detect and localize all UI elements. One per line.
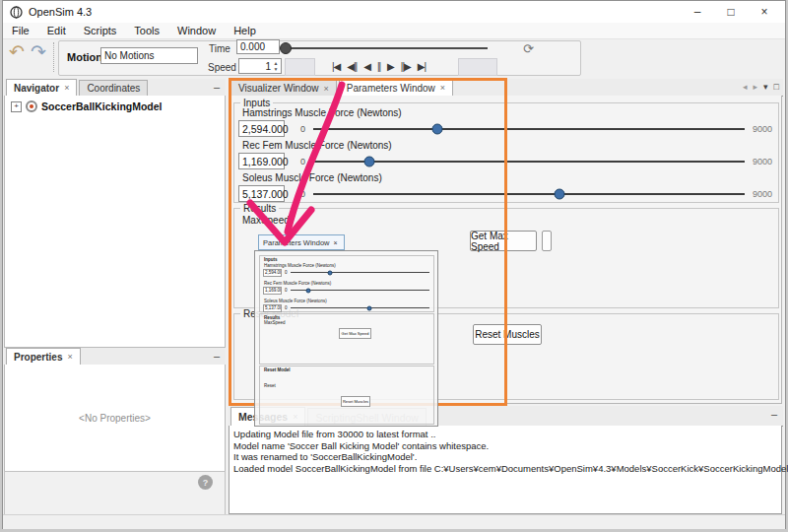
tab-scroll-controls: ◂ ▸ ▾ □ (743, 82, 779, 92)
slider-row: 2,594.000 0 9000 (238, 119, 772, 138)
time-slider-handle[interactable] (280, 42, 292, 54)
message-line: Updating Model file from 30000 to latest… (233, 429, 777, 440)
playback-controls: |◀ ◀|| ◀ || ▶ ||▶ ▶| (332, 57, 426, 75)
recfem-force-field[interactable]: 1,169.000 (238, 153, 285, 169)
tree-item-label[interactable]: SoccerBallKickingModel (41, 100, 163, 112)
recfem-slider-track[interactable] (313, 155, 745, 168)
toolbar-display-slot (458, 58, 497, 76)
slider-row: 1,169.000 0 9000 (238, 152, 772, 170)
mini-slider-handle (367, 305, 372, 310)
floating-parameters-window[interactable]: Parameters Window × Inputs Hamstrings Mu… (254, 234, 438, 427)
slider-label: Hamstrings Muscle Force (Newtons) (242, 107, 402, 118)
hamstrings-force-field[interactable]: 2,594.000 (238, 120, 285, 137)
tab-coordinates[interactable]: Coordinates (79, 80, 148, 96)
play-button[interactable]: ▶ (387, 61, 394, 72)
opensim-logo-icon (10, 6, 23, 19)
loop-icon[interactable]: ⟳ (523, 41, 534, 56)
menu-edit[interactable]: Edit (38, 25, 75, 36)
window-minimize-button[interactable]: – (681, 1, 714, 23)
menu-window[interactable]: Window (168, 25, 225, 36)
toolbar: ↶ ↷ Motion: No Motions Time 0.000 ⟳ Spee… (3, 39, 785, 77)
tab-visualizer-window[interactable]: Visualizer Window × (230, 80, 337, 96)
close-icon[interactable]: × (324, 84, 329, 94)
go-to-start-button[interactable]: |◀ (332, 61, 340, 72)
maxspeed-label: MaxSpeed (242, 215, 290, 226)
speed-spinner[interactable]: 1 ▲▼ (238, 58, 282, 74)
window-controls: – □ × (681, 1, 781, 23)
message-line: It was renamed to 'SoccerBallKickingMode… (233, 451, 777, 463)
undo-icon[interactable]: ↶ (9, 44, 25, 60)
soleus-slider-handle[interactable] (554, 188, 564, 199)
tab-navigator[interactable]: Navigator × (6, 79, 77, 96)
redo-icon[interactable]: ↷ (31, 44, 46, 60)
properties-minimize-icon[interactable]: – (214, 350, 220, 362)
close-icon[interactable]: × (64, 83, 69, 93)
reset-muscles-button[interactable]: Reset Muscles (473, 324, 542, 345)
soleus-slider-track[interactable] (313, 187, 745, 201)
soleus-force-field[interactable]: 5,137.000 (238, 185, 285, 202)
menu-scripts[interactable]: Scripts (75, 25, 126, 36)
tree-expander-icon[interactable]: + (11, 101, 22, 112)
left-bottom-panel: ? (4, 471, 226, 515)
go-to-end-button[interactable]: ▶| (418, 61, 426, 72)
time-label: Time (209, 43, 230, 54)
menu-file[interactable]: File (3, 25, 38, 36)
results-group-label: Results (240, 203, 279, 214)
slider-min-label: 0 (300, 189, 305, 199)
message-line: Model name 'Soccer Ball Kicking Model' c… (233, 440, 777, 452)
spinner-arrows-icon[interactable]: ▲▼ (272, 60, 280, 73)
menu-help[interactable]: Help (225, 25, 265, 36)
scroll-tabs-left-icon[interactable]: ◂ (743, 82, 748, 92)
mini-inputs-group: Inputs Hamstrings Muscle Force (Newtons)… (259, 255, 434, 312)
hamstrings-slider-track[interactable] (313, 122, 745, 136)
tab-list-dropdown-icon[interactable]: ▾ (763, 82, 768, 92)
window-maximize-button[interactable]: □ (714, 1, 748, 23)
slider-max-label: 9000 (753, 157, 772, 166)
help-icon[interactable]: ? (198, 475, 213, 490)
floating-window-body: Inputs Hamstrings Muscle Force (Newtons)… (254, 250, 438, 427)
tab-properties[interactable]: Properties × (6, 348, 81, 365)
messages-minimize-icon[interactable]: – (771, 408, 777, 420)
maxspeed-output-widget (542, 231, 552, 251)
tree-item-row[interactable]: + SoccerBallKickingModel (11, 100, 163, 112)
messages-panel: Updating Model file from 30000 to latest… (229, 426, 782, 514)
get-max-speed-button[interactable]: Get Max Speed (470, 231, 537, 251)
message-line: Loaded model SoccerBallKickingModel from… (233, 463, 777, 475)
window-close-button[interactable]: × (748, 1, 781, 23)
mini-results-group: Results MaxSpeed Get Max Speed (259, 313, 434, 365)
step-back-button[interactable]: ◀|| (347, 61, 357, 72)
close-icon[interactable]: × (67, 352, 72, 362)
mini-reset-group: Reset Model Reset Reset Muscles (259, 366, 434, 425)
maximize-pane-icon[interactable]: □ (774, 82, 779, 92)
step-forward-button[interactable]: ||▶ (401, 61, 411, 72)
motion-toolbar-group: Motion: No Motions Time 0.000 ⟳ Speed 1 … (58, 40, 581, 76)
scroll-tabs-right-icon[interactable]: ▸ (754, 82, 758, 92)
mini-slider-handle (328, 270, 333, 275)
mini-get-max-speed-button: Get Max Speed (339, 328, 371, 339)
time-field[interactable]: 0.000 (236, 39, 280, 54)
mini-reset-muscles-button: Reset Muscles (341, 396, 370, 407)
properties-tabrow: Properties × – (4, 348, 226, 366)
floating-window-tab[interactable]: Parameters Window × (258, 234, 345, 250)
play-backward-button[interactable]: ◀ (363, 61, 370, 72)
inputs-group: Inputs Hamstrings Muscle Force (Newtons)… (233, 102, 779, 203)
tab-parameters-window[interactable]: Parameters Window × (339, 79, 453, 96)
mini-value-field: 5,137.000 (263, 304, 282, 312)
close-icon[interactable]: × (440, 83, 445, 93)
hamstrings-slider-handle[interactable] (432, 123, 443, 134)
mini-slider-handle (305, 288, 310, 293)
screen: OpenSim 4.3 – □ × File Edit Scripts Tool… (0, 0, 788, 532)
pause-button[interactable]: || (377, 61, 380, 72)
time-slider-track[interactable] (284, 47, 488, 49)
motion-combo[interactable]: No Motions (100, 47, 198, 64)
recfem-slider-handle[interactable] (363, 156, 374, 166)
speed-display-slot (285, 58, 315, 76)
slider-row: 5,137.000 0 9000 (238, 184, 772, 203)
model-icon (26, 100, 37, 112)
close-icon[interactable]: × (334, 239, 338, 246)
menu-tools[interactable]: Tools (125, 25, 168, 36)
navigator-minimize-icon[interactable]: – (214, 81, 220, 93)
slider-label: Rec Fem Muscle Force (Newtons) (242, 140, 392, 151)
slider-min-label: 0 (300, 157, 305, 166)
navigator-panel: + SoccerBallKickingModel (4, 96, 226, 348)
